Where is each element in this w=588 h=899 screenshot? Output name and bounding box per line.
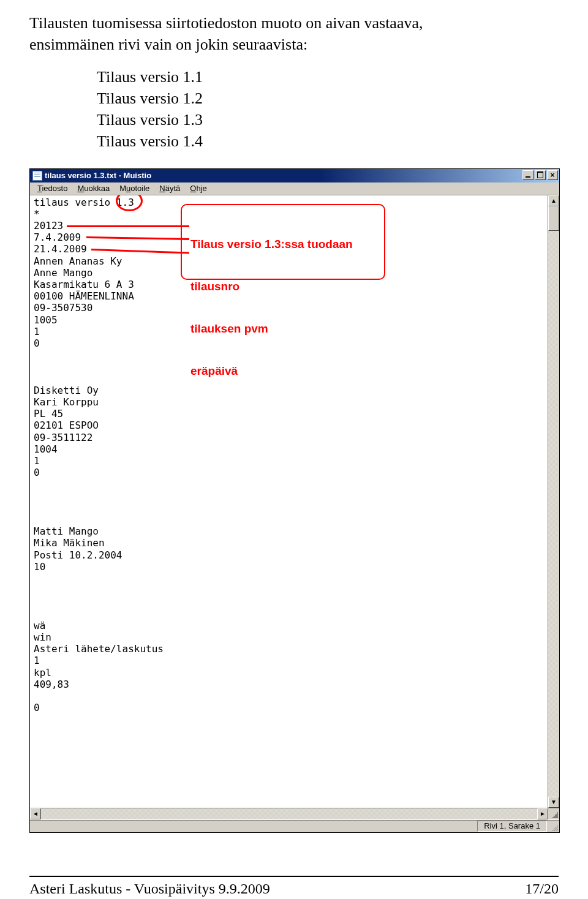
version-entry: Tilaus versio 1.1: [97, 66, 559, 88]
scroll-down-button[interactable]: ▼: [548, 797, 559, 808]
scroll-left-button[interactable]: ◄: [30, 808, 41, 819]
close-button[interactable]: ×: [547, 170, 558, 180]
scroll-thumb[interactable]: [548, 206, 559, 231]
menu-file[interactable]: Tiedosto: [32, 184, 72, 193]
status-cursor-position: Rivi 1, Sarake 1: [477, 821, 547, 832]
scrollbar-vertical[interactable]: ▲ ▼: [548, 195, 559, 808]
document-icon: [32, 171, 42, 181]
annotation-text: Tilaus versio 1.3:ssa tuodaan tilausnro …: [190, 209, 353, 406]
scroll-up-button[interactable]: ▲: [548, 195, 559, 206]
scroll-right-button[interactable]: ►: [537, 808, 548, 819]
window-title: tilaus versio 1.3.txt - Muistio: [45, 171, 151, 180]
annotation-arrow: [67, 225, 189, 227]
footer-left: Asteri Laskutus - Vuosipäivitys 9.9.2009: [29, 881, 270, 897]
intro-line1: Tilausten tuomisessa siirtotiedoston muo…: [29, 14, 423, 32]
scrollbar-horizontal[interactable]: ◄ ►: [30, 808, 548, 819]
intro-text: Tilausten tuomisessa siirtotiedoston muo…: [29, 12, 559, 55]
intro-line2: ensimmäinen rivi vain on jokin seuraavis…: [29, 36, 307, 53]
notepad-window: tilaus versio 1.3.txt - Muistio × Tiedos…: [29, 168, 560, 833]
versions-list: Tilaus versio 1.1 Tilaus versio 1.2 Tila…: [97, 66, 559, 152]
version-entry: Tilaus versio 1.2: [97, 88, 559, 109]
resize-grip-icon[interactable]: [548, 808, 559, 819]
menu-help[interactable]: Ohje: [185, 184, 211, 193]
scroll-track[interactable]: [548, 231, 559, 797]
menu-view[interactable]: Näytä: [154, 184, 185, 193]
version-entry: Tilaus versio 1.4: [97, 130, 559, 152]
notepad-textarea[interactable]: tilaus versio 1.3 * 20123 7.4.2009 21.4.…: [30, 195, 548, 808]
maximize-button[interactable]: [535, 170, 546, 180]
status-bar: Rivi 1, Sarake 1: [30, 819, 559, 832]
footer-right: 17/20: [525, 881, 559, 897]
version-entry: Tilaus versio 1.3: [97, 109, 559, 130]
scroll-track[interactable]: [41, 808, 537, 819]
menu-edit[interactable]: Muokkaa: [72, 184, 115, 193]
minimize-button[interactable]: [522, 170, 533, 180]
menu-bar: Tiedosto Muokkaa Muotoile Näytä Ohje: [30, 182, 559, 195]
window-titlebar[interactable]: tilaus versio 1.3.txt - Muistio ×: [30, 169, 559, 182]
page-footer: Asteri Laskutus - Vuosipäivitys 9.9.2009…: [29, 877, 559, 899]
menu-format[interactable]: Muotoile: [115, 184, 154, 193]
